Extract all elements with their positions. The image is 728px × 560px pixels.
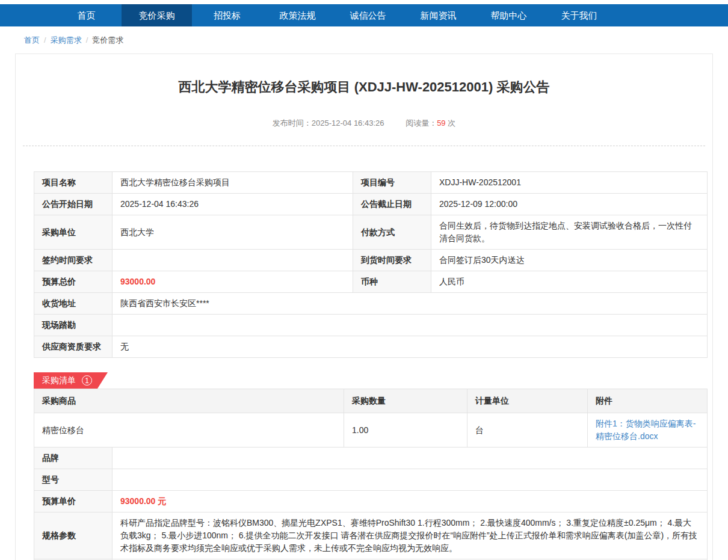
publish-meta: 发布时间：2025-12-04 16:43:26 阅读量：59 次 <box>16 118 712 129</box>
nav-item-help-center[interactable]: 帮助中心 <box>474 4 544 26</box>
top-nav: 首页 竞价采购 招投标 政策法规 诚信公告 新闻资讯 帮助中心 关于我们 <box>0 4 728 26</box>
detail-value <box>113 448 708 469</box>
info-value: XDJJ-HW-202512001 <box>431 172 708 194</box>
info-label: 项目编号 <box>353 172 431 194</box>
table-header-row: 采购商品 采购数量 计量单位 附件 <box>34 389 708 413</box>
purchase-list-section: 采购清单 1 <box>34 372 712 389</box>
nav-item-tenders[interactable]: 招投标 <box>192 4 262 26</box>
table-row: 现场踏勘 <box>34 315 708 336</box>
table-row: 预算总价 93000.00 币种 人民币 <box>34 271 708 293</box>
product-quantity: 1.00 <box>344 413 467 448</box>
info-value: 西北大学精密位移台采购项目 <box>113 172 353 194</box>
product-row: 精密位移台 1.00 台 附件1：货物类响应偏离表-精密位移台.docx <box>34 413 708 448</box>
info-label: 现场踏勘 <box>34 315 113 336</box>
purchase-list-table: 采购商品 采购数量 计量单位 附件 精密位移台 1.00 台 附件1：货物类响应… <box>34 389 708 448</box>
views-count: 59 <box>437 118 445 128</box>
info-label: 预算总价 <box>34 271 113 293</box>
breadcrumb: 首页/采购需求/竞价需求 <box>0 26 728 54</box>
spec-params-value: 科研产品指定品牌型号：波铭科仪BM300、摘星光电ZXPS1、赛维特ProShi… <box>113 512 708 559</box>
info-label: 项目名称 <box>34 172 113 194</box>
purchase-list-tag: 采购清单 1 <box>34 372 108 389</box>
attachment-link[interactable]: 附件1：货物类响应偏离表-精密位移台.docx <box>596 419 696 441</box>
detail-label: 预算单价 <box>34 491 113 512</box>
col-header-quantity: 采购数量 <box>344 389 467 413</box>
col-header-attachment: 附件 <box>588 389 708 413</box>
dashed-divider <box>23 146 705 146</box>
info-value: 合同生效后，待货物到达指定地点、安装调试验收合格后，一次性付清合同货款。 <box>431 215 708 250</box>
nav-item-home[interactable]: 首页 <box>51 4 122 26</box>
table-row: 品牌 <box>34 448 708 469</box>
info-value: 人民币 <box>431 271 708 293</box>
info-value: 陕西省西安市长安区**** <box>113 293 708 315</box>
info-value <box>113 250 353 271</box>
table-row: 公告开始日期 2025-12-04 16:43:26 公告截止日期 2025-1… <box>34 194 708 215</box>
detail-label: 型号 <box>34 469 113 491</box>
table-row: 规格参数 科研产品指定品牌型号：波铭科仪BM300、摘星光电ZXPS1、赛维特P… <box>34 512 708 559</box>
info-value: 2025-12-04 16:43:26 <box>113 194 353 215</box>
col-header-unit: 计量单位 <box>467 389 588 413</box>
nav-item-bidding-purchase[interactable]: 竞价采购 <box>122 4 192 26</box>
announcement-card: 西北大学精密位移台采购项目 (XDJJ-HW-202512001) 采购公告 发… <box>15 54 713 560</box>
info-label: 币种 <box>353 271 431 293</box>
detail-label: 规格参数 <box>34 512 113 559</box>
detail-label: 品牌 <box>34 448 113 469</box>
views-unit: 次 <box>448 118 455 128</box>
breadcrumb-separator: / <box>44 35 46 45</box>
page-title: 西北大学精密位移台采购项目 (XDJJ-HW-202512001) 采购公告 <box>34 78 694 96</box>
info-label: 到货时间要求 <box>353 250 431 271</box>
info-value: 无 <box>113 336 708 358</box>
table-row: 收货地址 陕西省西安市长安区**** <box>34 293 708 315</box>
unit-price-value: 93000.00 元 <box>113 491 708 512</box>
nav-item-policies[interactable]: 政策法规 <box>262 4 333 26</box>
breadcrumb-separator: / <box>86 35 88 45</box>
breadcrumb-purchase-demand-link[interactable]: 采购需求 <box>51 35 82 45</box>
product-name: 精密位移台 <box>34 413 344 448</box>
info-label: 签约时间要求 <box>34 250 113 271</box>
purchase-list-tag-label: 采购清单 <box>42 375 76 386</box>
info-label: 付款方式 <box>353 215 431 250</box>
info-label: 收货地址 <box>34 293 113 315</box>
publish-time-value: 2025-12-04 16:43:26 <box>312 118 384 128</box>
info-label: 公告开始日期 <box>34 194 113 215</box>
nav-item-integrity-notices[interactable]: 诚信公告 <box>333 4 403 26</box>
table-row: 型号 <box>34 469 708 491</box>
table-row: 预算单价 93000.00 元 <box>34 491 708 512</box>
nav-item-about-us[interactable]: 关于我们 <box>544 4 614 26</box>
detail-value <box>113 469 708 491</box>
info-value <box>113 315 708 336</box>
info-label: 采购单位 <box>34 215 113 250</box>
product-unit: 台 <box>467 413 588 448</box>
breadcrumb-current-page: 竞价需求 <box>92 35 123 45</box>
project-info-table: 项目名称 西北大学精密位移台采购项目 项目编号 XDJJ-HW-20251200… <box>34 171 708 358</box>
table-row: 采购单位 西北大学 付款方式 合同生效后，待货物到达指定地点、安装调试验收合格后… <box>34 215 708 250</box>
nav-item-news[interactable]: 新闻资讯 <box>403 4 474 26</box>
item-count-badge: 1 <box>82 375 92 386</box>
table-row: 签约时间要求 到货时间要求 合同签订后30天内送达 <box>34 250 708 271</box>
info-label: 公告截止日期 <box>353 194 431 215</box>
product-details-table: 品牌 型号 预算单价 93000.00 元 规格参数 科研产品指定品牌型号：波铭… <box>34 447 708 560</box>
table-row: 项目名称 西北大学精密位移台采购项目 项目编号 XDJJ-HW-20251200… <box>34 172 708 194</box>
table-row: 供应商资质要求 无 <box>34 336 708 358</box>
info-label: 供应商资质要求 <box>34 336 113 358</box>
budget-total-value: 93000.00 <box>113 271 353 293</box>
col-header-product: 采购商品 <box>34 389 344 413</box>
info-value: 2025-12-09 12:00:00 <box>431 194 708 215</box>
info-value: 西北大学 <box>113 215 353 250</box>
views-label: 阅读量： <box>406 118 437 128</box>
breadcrumb-home-link[interactable]: 首页 <box>24 35 40 45</box>
info-value: 合同签订后30天内送达 <box>431 250 708 271</box>
publish-time-label: 发布时间： <box>273 118 312 128</box>
